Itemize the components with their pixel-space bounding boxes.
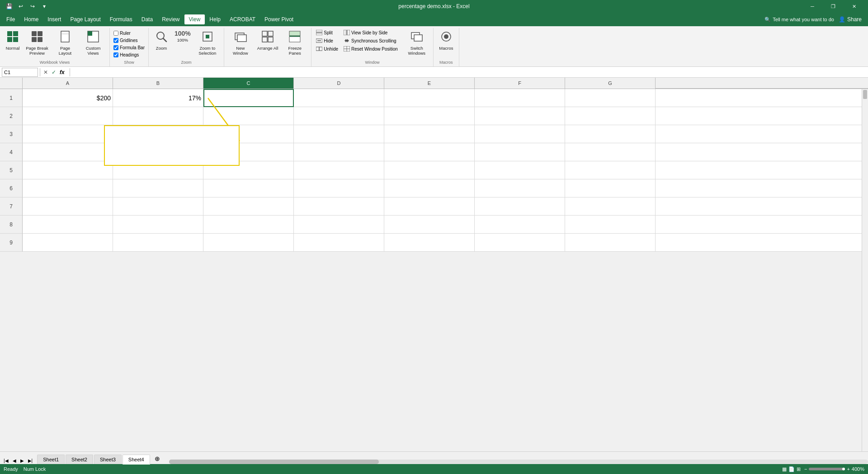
zoom-in-btn[interactable]: + [847, 466, 849, 472]
cell-a2[interactable] [23, 107, 113, 125]
cell-d8[interactable] [294, 216, 384, 234]
row-header-6[interactable]: 6 [0, 179, 23, 197]
tab-next-btn[interactable]: ▶ [19, 457, 26, 464]
search-box[interactable]: 🔍 Tell me what you want to do [764, 17, 834, 23]
h-scrollbar-track[interactable] [169, 460, 868, 464]
cell-c6[interactable] [203, 179, 294, 197]
cell-f6[interactable] [475, 179, 565, 197]
col-header-g[interactable]: G [565, 78, 656, 89]
reset-pos-btn[interactable]: Reset Window Position [342, 45, 400, 52]
cell-f8[interactable] [475, 216, 565, 234]
cell-a8[interactable] [23, 216, 113, 234]
insert-function-icon[interactable]: fx [58, 69, 66, 76]
cell-e5[interactable] [384, 161, 475, 179]
cell-d5[interactable] [294, 161, 384, 179]
headings-checkbox-row[interactable]: Headings [113, 52, 140, 58]
tab-prev-btn[interactable]: ◀ [11, 457, 18, 464]
cell-e3[interactable] [384, 125, 475, 143]
cell-f2[interactable] [475, 107, 565, 125]
save-quick-btn[interactable]: 💾 [4, 1, 14, 12]
close-btn[interactable]: ✕ [844, 0, 864, 13]
sheet-tab-4[interactable]: Sheet4 [123, 455, 150, 465]
menu-insert[interactable]: Insert [43, 14, 66, 24]
cell-d2[interactable] [294, 107, 384, 125]
cell-a9[interactable] [23, 234, 113, 252]
cell-c1[interactable] [203, 89, 294, 107]
restore-btn[interactable]: ❐ [823, 0, 844, 13]
cell-a1[interactable]: $200 [23, 89, 113, 107]
name-box[interactable]: C1 [2, 68, 38, 77]
minimize-btn[interactable]: ─ [802, 0, 823, 13]
cell-c8[interactable] [203, 216, 294, 234]
normal-btn[interactable]: Normal [3, 29, 23, 52]
menu-acrobat[interactable]: ACROBAT [225, 14, 260, 24]
menu-file[interactable]: File [2, 14, 19, 24]
menu-review[interactable]: Review [157, 14, 184, 24]
arrange-all-btn[interactable]: Arrange All [255, 29, 280, 52]
cell-g9[interactable] [565, 234, 656, 252]
row-header-3[interactable]: 3 [0, 125, 23, 143]
new-window-btn[interactable]: New Window [227, 29, 254, 57]
page-break-preview-btn[interactable]: Page Break Preview [24, 29, 51, 57]
tab-first-btn[interactable]: |◀ [2, 457, 10, 464]
row-header-8[interactable]: 8 [0, 216, 23, 234]
redo-btn[interactable]: ↪ [27, 1, 38, 12]
cell-f9[interactable] [475, 234, 565, 252]
cell-f3[interactable] [475, 125, 565, 143]
page-layout-btn[interactable]: Page Layout [52, 29, 79, 57]
row-header-7[interactable]: 7 [0, 197, 23, 216]
ruler-checkbox[interactable] [113, 31, 118, 36]
cell-e8[interactable] [384, 216, 475, 234]
cell-e1[interactable] [384, 89, 475, 107]
tab-last-btn[interactable]: ▶| [26, 457, 35, 464]
vertical-scrollbar[interactable] [862, 89, 868, 451]
zoom-to-selection-btn[interactable]: Zoom to Selection [194, 29, 221, 57]
cell-g1[interactable] [565, 89, 656, 107]
cell-e2[interactable] [384, 107, 475, 125]
cell-f7[interactable] [475, 197, 565, 216]
cell-d4[interactable] [294, 143, 384, 161]
cell-a6[interactable] [23, 179, 113, 197]
cell-d1[interactable] [294, 89, 384, 107]
sheet-tab-1[interactable]: Sheet1 [37, 455, 65, 464]
gridlines-checkbox-row[interactable]: Gridlines [113, 38, 138, 43]
menu-data[interactable]: Data [137, 14, 157, 24]
zoom-slider[interactable] [809, 468, 845, 470]
formula-bar-checkbox-row[interactable]: Formula Bar [113, 45, 146, 51]
cell-a3[interactable] [23, 125, 113, 143]
row-header-9[interactable]: 9 [0, 234, 23, 252]
menu-home[interactable]: Home [19, 14, 43, 24]
cell-d6[interactable] [294, 179, 384, 197]
sheet-tab-3[interactable]: Sheet3 [94, 455, 122, 464]
row-header-5[interactable]: 5 [0, 161, 23, 179]
cell-g5[interactable] [565, 161, 656, 179]
page-layout-view-icon[interactable]: 📄 [788, 466, 795, 472]
ruler-checkbox-row[interactable]: Ruler [113, 30, 132, 36]
col-header-c[interactable]: C [203, 78, 294, 89]
customize-btn[interactable]: ▾ [39, 1, 50, 12]
formula-bar-checkbox[interactable] [113, 45, 118, 50]
cell-b2[interactable] [113, 107, 203, 125]
page-break-view-icon[interactable]: ⊞ [797, 466, 801, 472]
cell-d7[interactable] [294, 197, 384, 216]
col-header-e[interactable]: E [384, 78, 475, 89]
switch-windows-btn[interactable]: Switch Windows [403, 29, 430, 57]
sync-scroll-btn[interactable]: Synchronous Scrolling [342, 37, 400, 44]
col-header-f[interactable]: F [475, 78, 565, 89]
h-scrollbar-thumb[interactable] [169, 460, 379, 464]
menu-help[interactable]: Help [205, 14, 225, 24]
macros-btn[interactable]: Macros [436, 29, 456, 52]
cell-c2[interactable] [203, 107, 294, 125]
cell-g2[interactable] [565, 107, 656, 125]
cell-d3[interactable] [294, 125, 384, 143]
zoom-100-btn[interactable]: 100% 100% [172, 29, 193, 44]
zoom-out-btn[interactable]: − [804, 466, 807, 472]
col-header-d[interactable]: D [294, 78, 384, 89]
hide-btn[interactable]: Hide [314, 37, 340, 44]
menu-power-pivot[interactable]: Power Pivot [260, 14, 298, 24]
view-side-by-side-btn[interactable]: View Side by Side [342, 29, 400, 36]
cell-b8[interactable] [113, 216, 203, 234]
cell-b6[interactable] [113, 179, 203, 197]
cell-e6[interactable] [384, 179, 475, 197]
cell-b7[interactable] [113, 197, 203, 216]
